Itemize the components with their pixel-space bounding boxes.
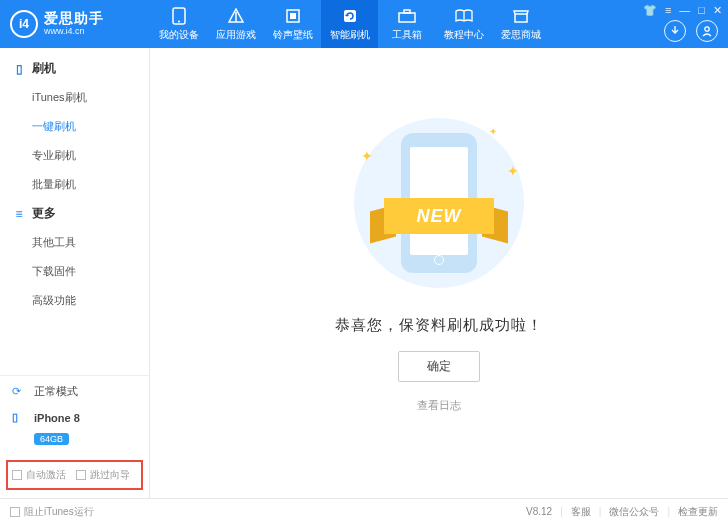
sparkle-icon: ✦ (507, 163, 519, 179)
maximize-icon[interactable]: □ (698, 4, 705, 17)
success-message: 恭喜您，保资料刷机成功啦！ (335, 316, 543, 335)
download-icon[interactable] (664, 20, 686, 42)
sidebar-item-oneclick-flash[interactable]: 一键刷机 (0, 112, 149, 141)
checkbox-icon[interactable] (10, 507, 20, 517)
menu-icon[interactable]: ≡ (665, 4, 671, 17)
svg-rect-7 (515, 14, 527, 22)
nav-mall[interactable]: 爱思商城 (492, 0, 549, 48)
footer-link-support[interactable]: 客服 (571, 505, 591, 519)
sparkle-icon: ✦ (489, 126, 497, 137)
svg-rect-6 (404, 10, 410, 13)
version-label: V8.12 (526, 506, 552, 517)
user-icon[interactable] (696, 20, 718, 42)
checkbox-icon[interactable] (12, 470, 22, 480)
minimize-icon[interactable]: — (679, 4, 690, 17)
app-site: www.i4.cn (44, 27, 104, 37)
toolbox-icon (398, 7, 416, 25)
checkbox-icon[interactable] (76, 470, 86, 480)
phone-outline-icon: ▯ (12, 62, 26, 76)
footer-link-wechat[interactable]: 微信公众号 (609, 505, 659, 519)
app-name: 爱思助手 (44, 11, 104, 26)
sidebar-item-pro-flash[interactable]: 专业刷机 (0, 141, 149, 170)
nav-mydevice[interactable]: 我的设备 (150, 0, 207, 48)
tshirt-icon[interactable]: 👕 (643, 4, 657, 17)
footer-link-update[interactable]: 检查更新 (678, 505, 718, 519)
option-skip-guide[interactable]: 跳过向导 (76, 468, 130, 482)
svg-rect-5 (399, 13, 415, 22)
status-bar: 阻止iTunes运行 V8.12 | 客服 | 微信公众号 | 检查更新 (0, 498, 728, 524)
apps-icon (228, 7, 244, 25)
section-flash[interactable]: ▯ 刷机 (0, 54, 149, 83)
confirm-button[interactable]: 确定 (398, 351, 480, 382)
option-block-itunes[interactable]: 阻止iTunes运行 (10, 505, 94, 519)
window-controls: 👕 ≡ — □ ✕ (643, 4, 722, 17)
nav-toolbox[interactable]: 工具箱 (378, 0, 435, 48)
more-icon: ≡ (12, 207, 26, 221)
options-highlight: 自动激活 跳过向导 (6, 460, 143, 490)
svg-point-8 (705, 27, 709, 31)
nav-tutorial[interactable]: 教程中心 (435, 0, 492, 48)
section-more[interactable]: ≡ 更多 (0, 199, 149, 228)
sidebar-item-other-tools[interactable]: 其他工具 (0, 228, 149, 257)
device-info[interactable]: ▯ iPhone 8 64GB (0, 407, 149, 456)
sidebar-item-advanced[interactable]: 高级功能 (0, 286, 149, 315)
main-content: ✦ ✦ ✦ NEW 恭喜您，保资料刷机成功啦！ 确定 查看日志 (150, 48, 728, 498)
new-ribbon: NEW (374, 198, 504, 240)
view-log-link[interactable]: 查看日志 (417, 398, 461, 413)
nav-flash[interactable]: 智能刷机 (321, 0, 378, 48)
svg-point-1 (178, 20, 180, 22)
option-auto-activate[interactable]: 自动激活 (12, 468, 66, 482)
sidebar-item-download-firmware[interactable]: 下载固件 (0, 257, 149, 286)
app-header: i4 爱思助手 www.i4.cn 我的设备 应用游戏 铃声壁纸 智能刷机 工具… (0, 0, 728, 48)
logo: i4 爱思助手 www.i4.cn (0, 10, 150, 38)
storage-badge: 64GB (34, 433, 69, 445)
book-icon (455, 7, 473, 25)
success-illustration: ✦ ✦ ✦ NEW (339, 108, 539, 298)
nav-ringtone[interactable]: 铃声壁纸 (264, 0, 321, 48)
device-mode[interactable]: ⟳ 正常模式 (0, 376, 149, 407)
top-nav: 我的设备 应用游戏 铃声壁纸 智能刷机 工具箱 教程中心 爱思商城 (150, 0, 728, 48)
svg-rect-3 (290, 13, 296, 19)
refresh-icon: ⟳ (12, 385, 28, 398)
flash-icon (342, 7, 358, 25)
phone-icon (172, 7, 186, 25)
sparkle-icon: ✦ (361, 148, 373, 164)
shop-icon (513, 7, 529, 25)
logo-icon: i4 (10, 10, 38, 38)
sidebar-item-itunes-flash[interactable]: iTunes刷机 (0, 83, 149, 112)
close-icon[interactable]: ✕ (713, 4, 722, 17)
wallpaper-icon (285, 7, 301, 25)
device-icon: ▯ (12, 411, 28, 424)
nav-apps[interactable]: 应用游戏 (207, 0, 264, 48)
sidebar: ▯ 刷机 iTunes刷机 一键刷机 专业刷机 批量刷机 ≡ 更多 其他工具 下… (0, 48, 150, 498)
sidebar-item-batch-flash[interactable]: 批量刷机 (0, 170, 149, 199)
